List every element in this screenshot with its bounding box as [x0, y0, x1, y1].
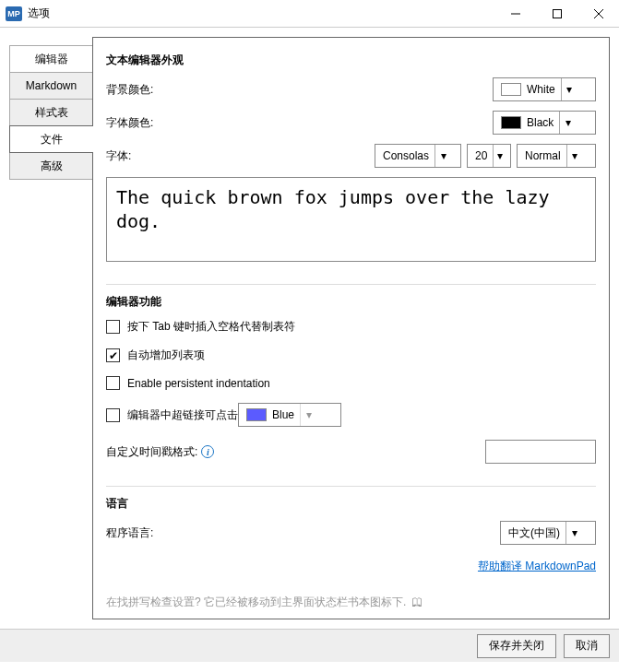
- title-bar: MP 选项: [0, 0, 619, 28]
- window-title: 选项: [28, 6, 50, 21]
- close-button[interactable]: [577, 0, 619, 28]
- chevron-down-icon: ▾: [493, 145, 506, 167]
- tab-stylesheets[interactable]: 样式表: [9, 99, 92, 126]
- font-preview: The quick brown fox jumps over the lazy …: [106, 177, 596, 262]
- link-color-combo[interactable]: Blue ▾: [238, 403, 341, 427]
- settings-panel: 文本编辑器外观 背景颜色: White ▾ 字体颜色: Black ▾ 字体:: [92, 37, 610, 619]
- maximize-icon: [553, 9, 562, 18]
- spellcheck-hint: 在找拼写检查设置? 它已经被移动到主界面状态栏书本图标下. 🕮: [106, 595, 596, 610]
- bg-color-combo[interactable]: White ▾: [493, 77, 596, 101]
- tab-label: 高级: [41, 159, 63, 174]
- timestamp-format-input[interactable]: [485, 440, 596, 464]
- font-name-combo[interactable]: Consolas ▾: [375, 144, 461, 168]
- chevron-down-icon: ▾: [300, 404, 316, 426]
- font-label: 字体:: [106, 148, 131, 164]
- checkbox-tab-spaces[interactable]: [106, 320, 120, 334]
- chevron-down-icon: ▾: [434, 145, 451, 167]
- fg-color-label: 字体颜色:: [106, 115, 153, 131]
- program-language-label: 程序语言:: [106, 525, 153, 541]
- font-size-value: 20: [475, 149, 487, 162]
- tab-files[interactable]: 文件: [9, 125, 93, 153]
- link-color-swatch: [246, 408, 267, 421]
- checkbox-auto-list[interactable]: [106, 348, 120, 362]
- program-language-value: 中文(中国): [508, 525, 560, 541]
- bg-color-value: White: [527, 83, 555, 96]
- chevron-down-icon: ▾: [565, 522, 582, 544]
- tab-label: 文件: [41, 132, 63, 147]
- tab-editor[interactable]: 编辑器: [9, 45, 92, 73]
- fg-color-combo[interactable]: Black ▾: [493, 111, 596, 135]
- info-icon[interactable]: i: [201, 445, 214, 458]
- close-icon: [594, 9, 603, 18]
- section-features-title: 编辑器功能: [106, 294, 596, 310]
- section-language-title: 语言: [106, 496, 596, 512]
- program-language-combo[interactable]: 中文(中国) ▾: [500, 521, 596, 545]
- divider: [106, 486, 596, 487]
- checkbox-persistent-indent-label: Enable persistent indentation: [127, 377, 270, 390]
- button-label: 保存并关闭: [489, 638, 544, 654]
- divider: [106, 284, 596, 285]
- fg-color-swatch: [501, 116, 521, 129]
- hint-text: 在找拼写检查设置? 它已经被移动到主界面状态栏书本图标下.: [106, 595, 406, 608]
- font-weight-combo[interactable]: Normal ▾: [517, 144, 596, 168]
- button-label: 取消: [576, 638, 598, 654]
- checkbox-link-clickable[interactable]: [106, 408, 120, 422]
- minimize-button[interactable]: [494, 0, 536, 28]
- font-name-value: Consolas: [383, 149, 429, 162]
- maximize-button[interactable]: [536, 0, 577, 28]
- help-translate-link[interactable]: 帮助翻译 MarkdownPad: [478, 559, 596, 574]
- font-weight-value: Normal: [525, 149, 561, 162]
- tab-label: Markdown: [26, 79, 77, 92]
- cancel-button[interactable]: 取消: [564, 634, 610, 658]
- checkbox-link-clickable-label: 编辑器中超链接可点击: [127, 407, 238, 423]
- tab-label: 样式表: [35, 105, 68, 121]
- tab-label: 编辑器: [35, 52, 68, 67]
- dialog-footer: 保存并关闭 取消: [0, 629, 619, 662]
- tab-advanced[interactable]: 高级: [9, 152, 92, 180]
- link-color-value: Blue: [272, 408, 294, 421]
- section-appearance-title: 文本编辑器外观: [106, 53, 596, 68]
- checkbox-persistent-indent[interactable]: [106, 376, 120, 390]
- chevron-down-icon: ▾: [559, 112, 576, 134]
- tab-markdown[interactable]: Markdown: [9, 72, 92, 100]
- checkbox-auto-list-label: 自动增加列表项: [127, 348, 205, 363]
- book-icon: 🕮: [411, 595, 423, 608]
- fg-color-value: Black: [527, 116, 554, 129]
- app-icon: MP: [6, 6, 22, 21]
- minimize-icon: [511, 9, 520, 18]
- sidebar: 编辑器 Markdown 样式表 文件 高级: [9, 45, 92, 619]
- font-size-combo[interactable]: 20 ▾: [467, 144, 511, 168]
- bg-color-label: 背景颜色:: [106, 82, 153, 98]
- svg-rect-1: [553, 9, 561, 18]
- chevron-down-icon: ▾: [561, 78, 577, 100]
- timestamp-format-label: 自定义时间戳格式:: [106, 444, 197, 460]
- chevron-down-icon: ▾: [566, 145, 583, 167]
- save-close-button[interactable]: 保存并关闭: [477, 634, 556, 658]
- bg-color-swatch: [501, 83, 521, 96]
- checkbox-tab-spaces-label: 按下 Tab 键时插入空格代替制表符: [127, 319, 295, 335]
